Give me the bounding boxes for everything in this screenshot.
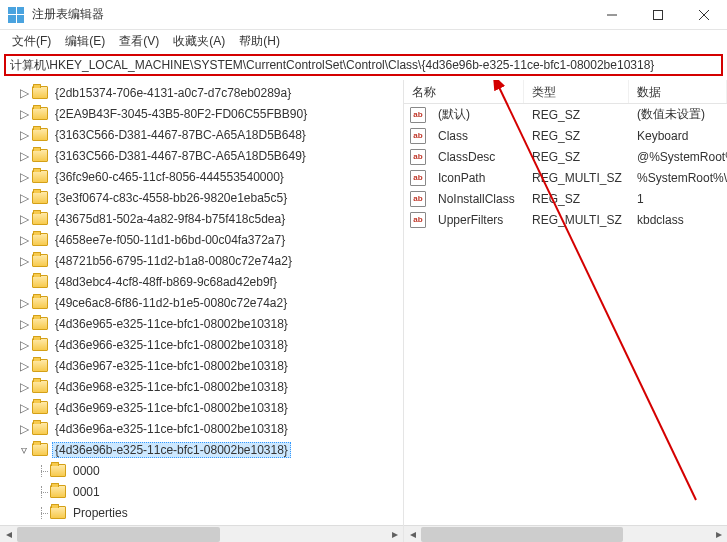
tree-item-label: {4d36e968-e325-11ce-bfc1-08002be10318} (52, 379, 291, 395)
tree-pane: ▷{2db15374-706e-4131-a0c7-d7c78eb0289a}▷… (0, 80, 404, 542)
scroll-right-icon[interactable]: ▸ (386, 526, 403, 543)
tree-item-label: {3163C566-D381-4467-87BC-A65A18D5B649} (52, 148, 309, 164)
expand-icon[interactable]: ▷ (18, 381, 30, 393)
tree-item[interactable]: ▷{2EA9B43F-3045-43B5-80F2-FD06C55FBB90} (0, 103, 403, 124)
tree-item[interactable]: ▷{4658ee7e-f050-11d1-b6bd-00c04fa372a7} (0, 229, 403, 250)
col-data[interactable]: 数据 (629, 80, 727, 103)
tree-item[interactable]: ▷{36fc9e60-c465-11cf-8056-444553540000} (0, 166, 403, 187)
expand-icon[interactable]: ▷ (18, 87, 30, 99)
values-list[interactable]: ab(默认)REG_SZ(数值未设置)abClassREG_SZKeyboard… (404, 104, 727, 525)
value-row[interactable]: abIconPathREG_MULTI_SZ%SystemRoot%\Sys (404, 167, 727, 188)
folder-icon (32, 317, 48, 330)
folder-icon (50, 464, 66, 477)
tree-item[interactable]: Properties (0, 502, 403, 523)
tree-item[interactable]: ▷{4d36e968-e325-11ce-bfc1-08002be10318} (0, 376, 403, 397)
expand-icon[interactable]: ▷ (18, 423, 30, 435)
collapse-icon[interactable]: ▿ (18, 444, 30, 456)
folder-icon (32, 443, 48, 456)
tree-item-label: {4d36e967-e325-11ce-bfc1-08002be10318} (52, 358, 291, 374)
value-type: REG_SZ (524, 192, 629, 206)
value-name: UpperFilters (430, 213, 524, 227)
tree-item[interactable]: 0001 (0, 481, 403, 502)
tree-item-label: {48d3ebc4-4cf8-48ff-b869-9c68ad42eb9f} (52, 274, 280, 290)
value-row[interactable]: abNoInstallClassREG_SZ1 (404, 188, 727, 209)
tree-item-label: {2EA9B43F-3045-43B5-80F2-FD06C55FBB90} (52, 106, 310, 122)
menu-file[interactable]: 文件(F) (6, 31, 57, 52)
col-name[interactable]: 名称 (404, 80, 524, 103)
app-icon (8, 7, 24, 23)
value-type: REG_SZ (524, 108, 629, 122)
scroll-right-icon[interactable]: ▸ (710, 526, 727, 543)
value-row[interactable]: abClassDescREG_SZ@%SystemRoot%\S (404, 146, 727, 167)
tree-item-label: 0001 (70, 484, 103, 500)
expand-icon[interactable]: ▷ (18, 192, 30, 204)
expand-icon[interactable]: ▷ (18, 402, 30, 414)
value-type: REG_SZ (524, 129, 629, 143)
menu-edit[interactable]: 编辑(E) (59, 31, 111, 52)
expand-icon[interactable]: ▷ (18, 234, 30, 246)
minimize-button[interactable] (589, 0, 635, 29)
tree-connector (18, 276, 30, 288)
tree-item-label: 0000 (70, 463, 103, 479)
expand-icon[interactable]: ▷ (18, 318, 30, 330)
menu-view[interactable]: 查看(V) (113, 31, 165, 52)
folder-icon (32, 338, 48, 351)
list-header: 名称 类型 数据 (404, 80, 727, 104)
expand-icon[interactable]: ▷ (18, 108, 30, 120)
tree-item[interactable]: ▷{3163C566-D381-4467-87BC-A65A18D5B649} (0, 145, 403, 166)
address-bar[interactable]: 计算机\HKEY_LOCAL_MACHINE\SYSTEM\CurrentCon… (4, 54, 723, 76)
registry-tree[interactable]: ▷{2db15374-706e-4131-a0c7-d7c78eb0289a}▷… (0, 80, 403, 525)
right-hscroll[interactable]: ◂ ▸ (404, 525, 727, 542)
expand-icon[interactable] (36, 486, 48, 498)
expand-icon[interactable] (36, 465, 48, 477)
tree-item-label: {3e3f0674-c83c-4558-bb26-9820e1eba5c5} (52, 190, 290, 206)
tree-item[interactable]: ▷{3163C566-D381-4467-87BC-A65A18D5B648} (0, 124, 403, 145)
value-name: Class (430, 129, 524, 143)
scroll-left-icon[interactable]: ◂ (404, 526, 421, 543)
tree-item[interactable]: ▷{4d36e966-e325-11ce-bfc1-08002be10318} (0, 334, 403, 355)
value-row[interactable]: ab(默认)REG_SZ(数值未设置) (404, 104, 727, 125)
tree-item[interactable]: ▷{43675d81-502a-4a82-9f84-b75f418c5dea} (0, 208, 403, 229)
tree-item[interactable]: ▷{4d36e969-e325-11ce-bfc1-08002be10318} (0, 397, 403, 418)
expand-icon[interactable]: ▷ (18, 213, 30, 225)
expand-icon[interactable]: ▷ (18, 360, 30, 372)
menu-favorites[interactable]: 收藏夹(A) (167, 31, 231, 52)
value-row[interactable]: abUpperFiltersREG_MULTI_SZkbdclass (404, 209, 727, 230)
expand-icon[interactable]: ▷ (18, 339, 30, 351)
values-pane: 名称 类型 数据 ab(默认)REG_SZ(数值未设置)abClassREG_S… (404, 80, 727, 542)
close-button[interactable] (681, 0, 727, 29)
value-type: REG_SZ (524, 150, 629, 164)
maximize-button[interactable] (635, 0, 681, 29)
folder-icon (32, 191, 48, 204)
string-value-icon: ab (410, 149, 426, 165)
tree-item[interactable]: ▷{4d36e96a-e325-11ce-bfc1-08002be10318} (0, 418, 403, 439)
left-hscroll[interactable]: ◂ ▸ (0, 525, 403, 542)
tree-item[interactable]: ▷{2db15374-706e-4131-a0c7-d7c78eb0289a} (0, 82, 403, 103)
folder-icon (32, 233, 48, 246)
expand-icon[interactable]: ▷ (18, 297, 30, 309)
tree-item[interactable]: ▿{4d36e96b-e325-11ce-bfc1-08002be10318} (0, 439, 403, 460)
menu-help[interactable]: 帮助(H) (233, 31, 286, 52)
col-type[interactable]: 类型 (524, 80, 629, 103)
scroll-left-icon[interactable]: ◂ (0, 526, 17, 543)
expand-icon[interactable]: ▷ (18, 255, 30, 267)
value-row[interactable]: abClassREG_SZKeyboard (404, 125, 727, 146)
value-name: (默认) (430, 106, 524, 123)
tree-item[interactable]: ▷{48721b56-6795-11d2-b1a8-0080c72e74a2} (0, 250, 403, 271)
tree-item-label: {4d36e966-e325-11ce-bfc1-08002be10318} (52, 337, 291, 353)
expand-icon[interactable]: ▷ (18, 129, 30, 141)
expand-icon[interactable]: ▷ (18, 171, 30, 183)
tree-connector (36, 507, 48, 519)
tree-item[interactable]: 0000 (0, 460, 403, 481)
window-controls (589, 0, 727, 29)
tree-item[interactable]: ▷{49ce6ac8-6f86-11d2-b1e5-0080c72e74a2} (0, 292, 403, 313)
tree-item-label: {4d36e96a-e325-11ce-bfc1-08002be10318} (52, 421, 291, 437)
tree-item-label: {43675d81-502a-4a82-9f84-b75f418c5dea} (52, 211, 288, 227)
value-data: (数值未设置) (629, 106, 727, 123)
titlebar: 注册表编辑器 (0, 0, 727, 30)
tree-item[interactable]: ▷{4d36e967-e325-11ce-bfc1-08002be10318} (0, 355, 403, 376)
tree-item[interactable]: ▷{3e3f0674-c83c-4558-bb26-9820e1eba5c5} (0, 187, 403, 208)
tree-item[interactable]: ▷{4d36e965-e325-11ce-bfc1-08002be10318} (0, 313, 403, 334)
expand-icon[interactable]: ▷ (18, 150, 30, 162)
tree-item[interactable]: {48d3ebc4-4cf8-48ff-b869-9c68ad42eb9f} (0, 271, 403, 292)
